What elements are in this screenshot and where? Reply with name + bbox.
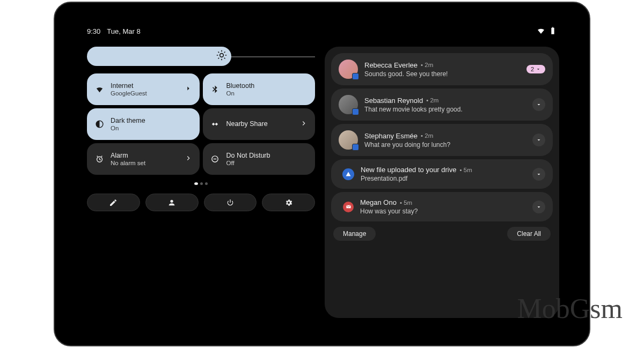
notification-sender: Rebecca Everlee xyxy=(364,61,418,69)
tile-bluetooth[interactable]: Bluetooth On xyxy=(203,73,316,105)
user-switch-button[interactable] xyxy=(145,194,199,211)
notification-sender: Stephany Esmée xyxy=(364,132,418,140)
notification-time: 5m xyxy=(404,199,412,206)
tile-sub: Off xyxy=(226,160,308,166)
avatar xyxy=(339,60,358,79)
notification-time: 5m xyxy=(464,167,472,173)
alarm-icon xyxy=(94,154,104,164)
power-button[interactable] xyxy=(204,194,257,211)
tile-sub: GoogleGuest xyxy=(111,90,178,97)
tile-dnd[interactable]: Do Not Disturb Off xyxy=(203,143,316,175)
app-badge-icon xyxy=(352,108,359,115)
notification-body: How was your stay? xyxy=(360,208,526,215)
tile-internet[interactable]: Internet GoogleGuest xyxy=(87,73,200,105)
expand-button[interactable] xyxy=(532,201,545,213)
notification-panel: Rebecca Everlee• 2m Sounds good. See you… xyxy=(325,47,559,318)
notification-card[interactable]: Rebecca Everlee• 2m Sounds good. See you… xyxy=(331,53,553,85)
notification-count-badge[interactable]: 2 xyxy=(526,65,545,73)
tile-alarm[interactable]: Alarm No alarm set xyxy=(87,143,200,175)
expand-button[interactable] xyxy=(532,168,545,181)
notification-body: Sounds good. See you there! xyxy=(364,70,520,78)
notification-body: That new movie looks pretty good. xyxy=(364,106,526,113)
chevron-right-icon xyxy=(185,85,192,94)
wifi-icon xyxy=(94,85,104,94)
drive-icon xyxy=(342,168,354,180)
page-indicator xyxy=(87,180,315,186)
status-bar: 9:30 Tue, Mar 8 xyxy=(87,26,557,36)
tile-sub: On xyxy=(111,125,192,131)
nearby-share-icon xyxy=(210,120,220,129)
tile-title: Bluetooth xyxy=(226,82,308,90)
gmail-icon xyxy=(343,202,354,212)
notification-sender: Sebastian Reynold xyxy=(364,97,423,105)
avatar xyxy=(339,130,358,150)
notification-body: What are you doing for lunch? xyxy=(364,141,526,149)
tile-sub: No alarm set xyxy=(111,160,178,166)
edit-tiles-button[interactable] xyxy=(87,194,140,211)
notification-sender: Megan Ono xyxy=(360,198,397,206)
tile-sub: On xyxy=(226,90,308,97)
tile-dark-theme[interactable]: Dark theme On xyxy=(87,108,200,140)
quick-settings-panel: Internet GoogleGuest Bluetooth On xyxy=(87,47,315,318)
clear-all-button[interactable]: Clear All xyxy=(507,227,551,241)
expand-button[interactable] xyxy=(532,98,545,111)
app-badge-icon xyxy=(352,73,359,80)
clock-time: 9:30 xyxy=(87,27,100,35)
brightness-slider[interactable] xyxy=(87,47,315,66)
chevron-right-icon xyxy=(300,120,308,129)
expand-button[interactable] xyxy=(532,134,545,146)
notification-card[interactable]: Stephany Esmée• 2m What are you doing fo… xyxy=(331,124,553,156)
contrast-icon xyxy=(94,120,104,129)
tablet-frame: 9:30 Tue, Mar 8 Internet xyxy=(54,2,590,346)
tile-title: Do Not Disturb xyxy=(226,152,308,160)
qs-tiles: Internet GoogleGuest Bluetooth On xyxy=(87,73,315,175)
avatar xyxy=(339,95,358,114)
dnd-icon xyxy=(210,154,220,164)
battery-status-icon xyxy=(548,26,557,36)
settings-button[interactable] xyxy=(262,194,315,211)
notification-card[interactable]: New file uploaded to your drive• 5m Pres… xyxy=(331,159,553,189)
tile-nearby-share[interactable]: Nearby Share xyxy=(203,108,316,140)
svg-point-3 xyxy=(170,199,173,202)
wifi-status-icon xyxy=(537,26,545,36)
tile-title: Nearby Share xyxy=(226,120,294,128)
notification-time: 2m xyxy=(425,132,433,139)
clock-date: Tue, Mar 8 xyxy=(107,27,140,35)
brightness-thumb[interactable] xyxy=(87,47,231,66)
notification-time: 2m xyxy=(430,97,438,103)
watermark-text: MobGsm xyxy=(517,293,623,324)
notification-card[interactable]: Megan Ono• 5m How was your stay? xyxy=(331,192,553,221)
app-badge-icon xyxy=(352,144,359,151)
chevron-right-icon xyxy=(185,154,192,164)
brightness-icon xyxy=(216,50,227,63)
tile-title: Internet xyxy=(111,82,178,90)
manage-button[interactable]: Manage xyxy=(333,227,376,241)
notification-body: Presentation.pdf xyxy=(361,175,526,182)
notification-sender: New file uploaded to your drive xyxy=(361,166,457,174)
bluetooth-icon xyxy=(210,85,220,94)
tile-title: Alarm xyxy=(111,152,178,160)
notification-card[interactable]: Sebastian Reynold• 2m That new movie loo… xyxy=(331,88,553,121)
tile-title: Dark theme xyxy=(111,117,192,125)
notification-time: 2m xyxy=(425,62,433,68)
